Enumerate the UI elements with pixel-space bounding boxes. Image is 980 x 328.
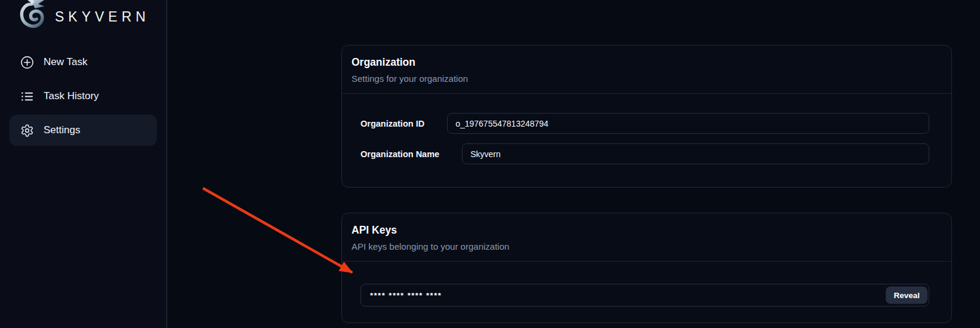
circle-plus-icon — [20, 56, 34, 69]
skyvern-dragon-logo-icon — [17, 0, 49, 32]
api-key-field: Reveal — [360, 284, 929, 306]
api-keys-card-body: Reveal — [342, 262, 951, 323]
organization-card: Organization Settings for your organizat… — [341, 45, 952, 188]
api-keys-card-header: API Keys API keys belonging to your orga… — [342, 213, 951, 262]
api-keys-card: API Keys API keys belonging to your orga… — [341, 213, 952, 323]
sidebar-item-new-task[interactable]: New Task — [10, 47, 157, 78]
sidebar: SKYVERN New Task Task History Settings — [0, 0, 167, 328]
sidebar-item-label: Task History — [44, 90, 99, 102]
brand-logo-row[interactable]: SKYVERN — [10, 0, 157, 33]
organization-name-row: Organization Name — [360, 143, 929, 164]
sidebar-item-task-history[interactable]: Task History — [10, 81, 157, 112]
organization-card-body: Organization ID Organization Name — [342, 94, 951, 187]
sidebar-item-label: New Task — [44, 56, 87, 68]
sidebar-item-settings[interactable]: Settings — [10, 115, 157, 146]
list-icon — [20, 90, 34, 103]
organization-id-row: Organization ID — [360, 113, 929, 134]
organization-card-title: Organization — [352, 56, 942, 69]
api-key-masked-input[interactable] — [360, 284, 929, 306]
organization-name-label: Organization Name — [360, 149, 439, 159]
main-content: Organization Settings for your organizat… — [167, 0, 980, 328]
reveal-button[interactable]: Reveal — [886, 287, 927, 304]
organization-card-subtitle: Settings for your organization — [352, 73, 942, 84]
sidebar-item-label: Settings — [44, 124, 80, 136]
gear-icon — [20, 124, 34, 137]
api-keys-card-subtitle: API keys belonging to your organization — [352, 241, 942, 252]
api-keys-card-title: API Keys — [352, 224, 942, 237]
sidebar-nav: New Task Task History Settings — [10, 47, 157, 146]
organization-name-input[interactable] — [462, 143, 929, 164]
organization-id-input[interactable] — [447, 113, 929, 134]
organization-id-label: Organization ID — [360, 119, 424, 128]
brand-wordmark: SKYVERN — [55, 9, 150, 25]
organization-card-header: Organization Settings for your organizat… — [342, 45, 951, 94]
